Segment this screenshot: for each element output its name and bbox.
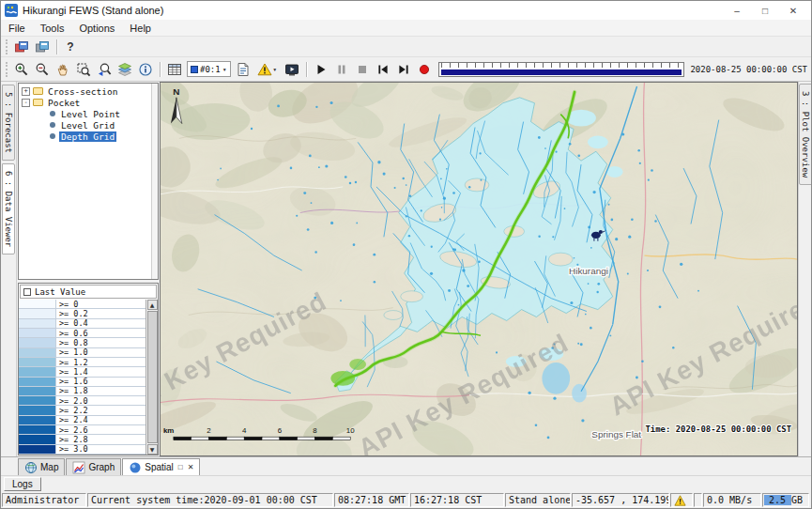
info-button[interactable] bbox=[135, 60, 156, 79]
maximize-icon[interactable]: □ bbox=[751, 1, 779, 20]
display-button[interactable] bbox=[282, 60, 302, 79]
legend-label: >= 0.2 bbox=[56, 309, 146, 317]
pause-icon bbox=[334, 62, 349, 77]
status-user: Administrator bbox=[2, 493, 86, 507]
tab-map-label: Map bbox=[40, 462, 58, 472]
pan-button[interactable] bbox=[53, 60, 73, 79]
legend-label: >= 0.8 bbox=[56, 338, 146, 347]
database-window-button[interactable] bbox=[32, 38, 53, 56]
toolbar-separator bbox=[306, 62, 307, 77]
tab-float-icon[interactable]: □ bbox=[178, 463, 183, 471]
tree-item-level-grid[interactable]: Level Grid bbox=[19, 119, 151, 131]
help-button[interactable]: ? bbox=[61, 38, 80, 56]
record-button[interactable] bbox=[414, 60, 435, 79]
legend-label: >= 0.6 bbox=[56, 329, 146, 337]
legend-label: >= 1.2 bbox=[56, 358, 146, 366]
sidebar-tab-plot-overview[interactable]: 3 : Plot Overview bbox=[799, 84, 812, 185]
tab-close-icon[interactable]: ✕ bbox=[188, 463, 194, 471]
node-dot-icon bbox=[50, 133, 55, 139]
document-icon bbox=[236, 62, 251, 77]
legend-label: >= 1.4 bbox=[56, 367, 146, 376]
current-time-label: 2020-08-25 00:00:00 CST bbox=[688, 65, 809, 74]
zoom-previous-button[interactable] bbox=[94, 60, 115, 79]
info-icon bbox=[138, 62, 153, 77]
close-icon[interactable]: ✕ bbox=[779, 1, 807, 20]
legend-swatch bbox=[19, 406, 56, 414]
minimize-icon[interactable]: – bbox=[723, 1, 751, 20]
legend-row: >= 0.6 bbox=[19, 329, 146, 338]
zoom-extent-button[interactable] bbox=[73, 60, 94, 79]
threshold-swatch-icon bbox=[191, 66, 198, 73]
status-warning[interactable] bbox=[670, 493, 693, 507]
sidebar-tab-data-viewer[interactable]: 6 : Data Viewer bbox=[2, 163, 15, 254]
tree-item-label: Level Grid bbox=[59, 120, 116, 131]
legend-row: >= 0.2 bbox=[19, 309, 146, 318]
logs-button[interactable]: Logs bbox=[4, 477, 41, 491]
tree-expander-icon[interactable]: - bbox=[22, 99, 30, 107]
legend-label: >= 2.6 bbox=[56, 425, 146, 434]
status-network-speed: 0.0 MB/s bbox=[703, 493, 761, 507]
play-icon bbox=[314, 62, 329, 77]
layers-button[interactable] bbox=[115, 60, 135, 79]
legend-label: >= 2.0 bbox=[56, 396, 146, 405]
legend-swatch bbox=[19, 338, 56, 347]
legend-label: >= 1.6 bbox=[56, 378, 146, 386]
time-slider[interactable] bbox=[438, 62, 685, 77]
legend-header-label: Last Value bbox=[35, 287, 85, 297]
tree-item-label: Cross-section bbox=[46, 86, 119, 97]
threshold-dropdown[interactable]: #0:1 ▼ bbox=[187, 61, 231, 77]
legend-row: >= 3.0 bbox=[19, 445, 146, 455]
toolbar-separator bbox=[56, 39, 57, 54]
tree-item-pocket[interactable]: -Pocket bbox=[19, 97, 151, 108]
tab-graph[interactable]: Graph bbox=[66, 458, 121, 475]
status-spacer bbox=[694, 493, 702, 507]
scroll-thumb[interactable] bbox=[147, 311, 158, 443]
step-end-button[interactable] bbox=[393, 60, 414, 79]
pause-button[interactable] bbox=[331, 60, 352, 79]
tab-spatial[interactable]: Spatial □ ✕ bbox=[122, 458, 200, 475]
tree-scrollbar[interactable] bbox=[151, 84, 158, 279]
tree-item-depth-grid[interactable]: Depth Grid bbox=[19, 131, 151, 142]
left-tab-strip: 5 : Forecast 6 : Data Viewer bbox=[1, 82, 17, 456]
display-tabs-bar: Map Graph Spatial □ ✕ bbox=[1, 456, 811, 475]
zoom-in-button[interactable] bbox=[11, 60, 32, 79]
sidebar-tab-forecast[interactable]: 5 : Forecast bbox=[2, 85, 15, 161]
legend-swatch bbox=[19, 416, 56, 424]
zoom-out-icon bbox=[35, 62, 50, 77]
window-title: Hikurangi FEWS (Stand alone) bbox=[23, 5, 723, 16]
toolbar-separator bbox=[160, 62, 161, 77]
tab-map[interactable]: Map bbox=[18, 458, 65, 475]
explorer-window-button[interactable] bbox=[11, 38, 32, 56]
map-view[interactable]: API Key Required API Key Required API Ke… bbox=[160, 82, 798, 456]
zoom-out-button[interactable] bbox=[32, 60, 53, 79]
legend-scrollbar[interactable]: ▲ ▼ bbox=[146, 300, 158, 455]
menu-file[interactable]: File bbox=[1, 20, 33, 36]
tree-item-cross-section[interactable]: +Cross-section bbox=[19, 85, 151, 97]
legend-label: >= 1.0 bbox=[56, 348, 146, 357]
menu-tools[interactable]: Tools bbox=[33, 20, 72, 36]
zoom-in-icon bbox=[14, 62, 29, 77]
menu-help[interactable]: Help bbox=[122, 20, 159, 36]
app-window: Hikurangi FEWS (Stand alone) – □ ✕ FileT… bbox=[0, 0, 812, 509]
play-button[interactable] bbox=[311, 60, 331, 79]
last-value-checkbox[interactable] bbox=[23, 288, 31, 296]
map-time-label: Time: 2020-08-25 00:00:00 CST bbox=[645, 424, 791, 434]
script-button[interactable] bbox=[233, 60, 253, 79]
stop-button[interactable] bbox=[352, 60, 373, 79]
grid-display-button[interactable] bbox=[164, 60, 185, 79]
scroll-down-icon[interactable]: ▼ bbox=[147, 444, 158, 455]
time-slider-range[interactable] bbox=[441, 69, 682, 75]
map-canvas[interactable]: API Key Required API Key Required API Ke… bbox=[161, 83, 797, 455]
step-start-button[interactable] bbox=[373, 60, 393, 79]
legend-row: >= 2.6 bbox=[19, 425, 146, 435]
tree-expander-icon[interactable]: + bbox=[22, 87, 30, 96]
tree-item-level-point[interactable]: Level Point bbox=[19, 108, 151, 119]
legend-row: >= 2.8 bbox=[19, 435, 146, 444]
warning-dropdown[interactable]: ▼ bbox=[253, 60, 282, 79]
scroll-up-icon[interactable]: ▲ bbox=[147, 300, 158, 310]
menu-options[interactable]: Options bbox=[71, 20, 122, 36]
legend-row: >= 1.6 bbox=[19, 378, 146, 387]
legend-label: >= 2.8 bbox=[56, 435, 146, 443]
zoom-previous-icon bbox=[97, 62, 112, 77]
filter-tree-panel: +Cross-section-PocketLevel PointLevel Gr… bbox=[18, 83, 159, 280]
